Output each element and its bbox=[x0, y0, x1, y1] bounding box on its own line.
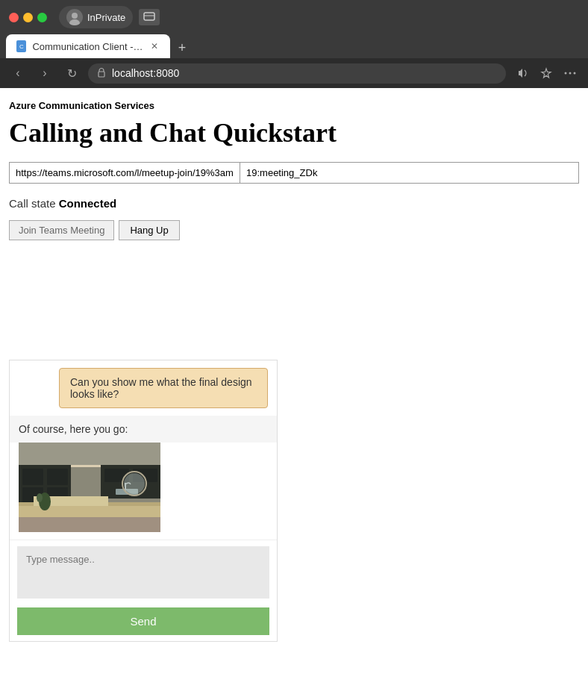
tabs-area: C Communication Client - Calling ✕ + bbox=[0, 34, 588, 58]
chat-panel: Can you show me what the final design lo… bbox=[9, 360, 278, 642]
tab-overview-button[interactable] bbox=[139, 9, 160, 25]
svg-point-30 bbox=[124, 473, 145, 494]
close-window-button[interactable] bbox=[9, 13, 19, 22]
svg-rect-14 bbox=[47, 469, 68, 485]
inprivate-profile-tab[interactable]: InPrivate bbox=[59, 6, 133, 28]
chat-image-container bbox=[10, 443, 277, 540]
action-buttons: Join Teams Meeting Hang Up bbox=[9, 220, 579, 240]
lock-icon bbox=[97, 67, 106, 80]
back-button[interactable]: ‹ bbox=[7, 63, 28, 84]
svg-point-9 bbox=[574, 72, 576, 75]
url-bar[interactable]: localhost:8080 bbox=[88, 63, 506, 84]
url-text: localhost:8080 bbox=[112, 67, 179, 79]
call-state-value: Connected bbox=[59, 197, 117, 210]
tab-favicon: C bbox=[16, 40, 26, 52]
browser-chrome: InPrivate C Communication Client - Calli… bbox=[0, 0, 588, 88]
sent-message-bubble: Can you show me what the final design lo… bbox=[59, 368, 268, 408]
forward-button[interactable]: › bbox=[34, 63, 55, 84]
chat-input-area: Send bbox=[10, 540, 277, 641]
service-label: Azure Communication Services bbox=[9, 100, 579, 111]
page-title: Calling and Chat Quickstart bbox=[9, 117, 579, 149]
page-content: Azure Communication Services Calling and… bbox=[0, 88, 588, 700]
minimize-window-button[interactable] bbox=[23, 13, 33, 22]
svg-rect-20 bbox=[19, 506, 160, 517]
svg-rect-6 bbox=[98, 72, 104, 77]
svg-point-7 bbox=[565, 72, 567, 75]
svg-rect-26 bbox=[71, 465, 101, 467]
chat-message-input[interactable] bbox=[17, 546, 269, 599]
profile-avatar bbox=[66, 9, 83, 25]
meeting-inputs bbox=[9, 162, 579, 184]
favorites-button[interactable] bbox=[536, 63, 557, 84]
svg-point-8 bbox=[569, 72, 572, 75]
profile-label: InPrivate bbox=[87, 12, 125, 23]
tab-close-button[interactable]: ✕ bbox=[150, 40, 160, 52]
sent-message-container: Can you show me what the final design lo… bbox=[10, 360, 277, 416]
hang-up-button[interactable]: Hang Up bbox=[119, 220, 179, 240]
received-message-container: Of course, here you go: bbox=[10, 416, 277, 443]
more-options-button[interactable] bbox=[560, 63, 581, 84]
svg-point-28 bbox=[37, 493, 43, 502]
read-aloud-button[interactable] bbox=[512, 63, 533, 84]
svg-point-1 bbox=[69, 19, 80, 25]
svg-rect-11 bbox=[19, 443, 160, 465]
call-state-label: Call state bbox=[9, 197, 56, 210]
svg-rect-2 bbox=[144, 13, 154, 20]
traffic-lights bbox=[9, 13, 47, 22]
call-state: Call state Connected bbox=[9, 197, 579, 210]
refresh-button[interactable]: ↻ bbox=[61, 63, 82, 84]
active-tab[interactable]: C Communication Client - Calling ✕ bbox=[6, 34, 170, 58]
svg-rect-25 bbox=[19, 517, 160, 532]
svg-rect-13 bbox=[22, 469, 43, 485]
meeting-thread-input[interactable] bbox=[240, 162, 579, 184]
svg-text:C: C bbox=[19, 43, 24, 50]
title-bar: InPrivate bbox=[0, 0, 588, 34]
svg-point-0 bbox=[72, 13, 78, 19]
tab-title: Communication Client - Calling bbox=[32, 41, 143, 52]
address-bar: ‹ › ↻ localhost:8080 bbox=[0, 58, 588, 88]
new-tab-button[interactable]: + bbox=[172, 37, 193, 58]
maximize-window-button[interactable] bbox=[37, 13, 47, 22]
chat-image bbox=[19, 443, 160, 532]
meeting-url-input[interactable] bbox=[9, 162, 240, 184]
browser-actions bbox=[512, 63, 581, 84]
join-teams-meeting-button[interactable]: Join Teams Meeting bbox=[9, 220, 114, 240]
received-message-bubble: Of course, here you go: bbox=[19, 423, 268, 435]
send-button[interactable]: Send bbox=[17, 607, 269, 635]
